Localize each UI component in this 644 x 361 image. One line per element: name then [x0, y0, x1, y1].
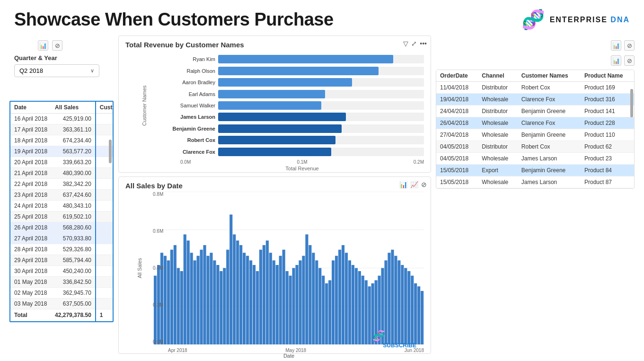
bar-label: Aaron Bradley — [163, 79, 215, 85]
area-bar — [342, 245, 344, 344]
area-bar — [210, 253, 212, 344]
detail-table: OrderDateChannelCustomer NamesProduct Na… — [436, 70, 635, 189]
area-bar — [167, 260, 170, 344]
area-bar — [246, 256, 249, 344]
area-bar — [197, 256, 200, 344]
table-row: 16 April 2018425,919.000 — [10, 114, 114, 124]
area-bar — [203, 245, 206, 344]
area-bar — [170, 250, 173, 344]
bar-chart-icons: ▽ ⤢ ••• — [403, 40, 427, 47]
bar-row: Earl Adams — [163, 90, 424, 98]
area-bar — [190, 253, 193, 344]
right-bar-icon2[interactable]: 📊 — [611, 55, 621, 66]
area-bar — [223, 268, 226, 345]
area-bar — [187, 240, 190, 344]
area-bar — [226, 250, 229, 344]
area-bar — [401, 265, 404, 344]
area-chart-box: All Sales by Date 📊 📈 ⊘ All Sales 0.8M 0… — [118, 176, 431, 354]
more-icon[interactable]: ••• — [420, 40, 427, 47]
detail-col-product-name: Product Name — [581, 70, 634, 82]
right-bar-icon[interactable]: 📊 — [611, 40, 621, 51]
col-date: Date — [10, 102, 51, 114]
bar-track — [218, 136, 424, 144]
table-row: 19 April 2018563,577.201 — [10, 146, 114, 157]
table-row: 25 April 2018619,502.100 — [10, 211, 114, 222]
area-bar — [200, 250, 203, 344]
bar-fill — [218, 136, 335, 144]
right-slash-icon2[interactable]: ⊘ — [624, 55, 635, 66]
table-row: 02 May 2018362,945.700 — [10, 288, 114, 299]
area-bar — [249, 260, 252, 344]
right-slash-icon[interactable]: ⊘ — [624, 40, 635, 51]
area-bar — [338, 250, 341, 344]
filter-panel-icons: 📊 ⊘ — [38, 40, 114, 51]
expand-icon[interactable]: ⤢ — [411, 40, 417, 47]
area-bar — [309, 245, 311, 344]
scroll-bar[interactable] — [109, 140, 112, 163]
left-panel: 📊 ⊘ Quarter & Year Q2 2018 ∨ Date All Sa… — [9, 35, 114, 354]
detail-scroll-bar[interactable] — [630, 89, 633, 117]
area-bar — [318, 268, 321, 345]
area-bar — [194, 260, 196, 344]
table-row: 21 April 2018480,390.000 — [10, 168, 114, 179]
area-bar — [273, 260, 275, 344]
area-bar — [295, 265, 298, 344]
total-selected: 1 — [96, 309, 114, 321]
area-chart-ylabel: All Sales — [125, 192, 154, 344]
table-row: 29 April 2018585,794.400 — [10, 255, 114, 266]
area-bar — [233, 234, 236, 344]
area-bar — [348, 260, 351, 344]
table-row: 30 April 2018450,240.000 — [10, 266, 114, 277]
bar-label: James Larson — [163, 114, 215, 120]
area-bar — [289, 276, 292, 344]
bar-chart-icon3[interactable]: 📈 — [410, 181, 418, 188]
area-bar — [407, 271, 410, 344]
area-bar — [397, 260, 400, 344]
circle-slash-icon[interactable]: ⊘ — [52, 40, 62, 51]
bar-chart-icon[interactable]: 📊 — [38, 40, 48, 51]
filter-label: Quarter & Year — [14, 54, 114, 62]
sales-table-inner: Date All Sales Customer Selected 16 Apri… — [10, 102, 114, 321]
bar-label: Ralph Olson — [163, 68, 215, 74]
bar-chart-ylabel: Customer Names — [125, 53, 163, 158]
table-row: 23 April 2018637,424.600 — [10, 190, 114, 201]
main-layout: 📊 ⊘ Quarter & Year Q2 2018 ∨ Date All Sa… — [0, 35, 644, 354]
table-row: 24 April 2018480,343.100 — [10, 201, 114, 211]
bar-label: Samuel Walker — [163, 103, 215, 108]
col-customer-selected: Customer Selected — [96, 102, 114, 114]
bar-chart-icon2[interactable]: 📊 — [399, 181, 407, 188]
quarter-year-dropdown[interactable]: Q2 2018 ∨ — [14, 64, 99, 77]
bar-track — [218, 90, 424, 98]
bar-label: Ryan Kim — [163, 56, 215, 62]
area-bar — [282, 250, 285, 344]
bar-row: Ryan Kim — [163, 55, 424, 63]
bar-chart-area: Customer Names Ryan Kim Ralph Olson Aaro… — [125, 53, 424, 158]
bar-track — [218, 101, 424, 110]
area-bar — [388, 253, 390, 344]
table-row: 18 April 2018674,234.400 — [10, 135, 114, 146]
detail-table-row: 04/05/2018 Wholesale James Larson Produc… — [436, 153, 634, 165]
table-row: 17 April 2018363,361.100 — [10, 124, 114, 135]
area-bar — [292, 268, 295, 345]
bar-track — [218, 124, 424, 133]
right-panel: 📊 ⊘ 📊 ⊘ OrderDateChannelCustomer NamesPr… — [436, 35, 635, 354]
detail-table-row: 15/05/2018 Wholesale James Larson Produc… — [436, 176, 634, 188]
area-bar — [236, 240, 239, 344]
area-bar — [394, 256, 397, 344]
bar-chart-title: Total Revenue by Customer Names — [125, 41, 424, 49]
area-bar — [335, 256, 338, 344]
detail-col-channel: Channel — [478, 70, 518, 82]
bar-label: Benjamin Greene — [163, 126, 215, 132]
detail-table-row: 26/04/2018 Wholesale Clarence Fox Produc… — [436, 117, 634, 129]
area-bar — [253, 265, 256, 344]
area-bar — [421, 291, 423, 344]
area-bar — [259, 250, 262, 344]
bar-fill — [218, 148, 331, 156]
area-bar — [299, 260, 301, 344]
subscribe-text[interactable]: SUBSCRIBE — [383, 342, 416, 349]
filter-icon[interactable]: ▽ — [403, 40, 408, 47]
area-chart-svg-wrap: 0.8M 0.6M 0.4M 0.2M 0.0M Apr 2018 May 20… — [154, 192, 424, 344]
circle-slash-icon2[interactable]: ⊘ — [421, 181, 427, 188]
area-bar — [322, 276, 325, 344]
right-panel-icons2: 📊 ⊘ — [436, 55, 635, 66]
